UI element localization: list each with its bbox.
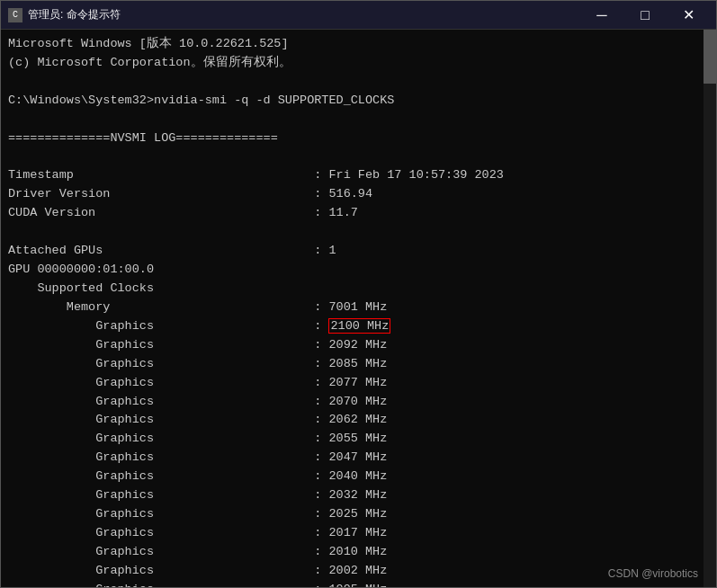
line-cuda: CUDA Version : 11.7	[8, 204, 709, 223]
line-supported-clocks: Supported Clocks	[8, 280, 709, 298]
minimize-button[interactable]: ─	[581, 1, 623, 30]
line-blank1	[8, 223, 709, 242]
line-graphics-3: Graphics : 2085 MHz	[8, 355, 709, 374]
line-graphics-8: Graphics : 2047 MHz	[8, 449, 709, 468]
line-graphics-10: Graphics : 2032 MHz	[8, 486, 709, 505]
line-graphics-11: Graphics : 2025 MHz	[8, 505, 709, 524]
line-graphics-7: Graphics : 2055 MHz	[8, 430, 709, 449]
title-text: 管理员: 命令提示符	[28, 7, 581, 22]
line-graphics-5: Graphics : 2070 MHz	[8, 393, 709, 412]
window-controls: ─ □ ✕	[581, 1, 709, 30]
line-3	[8, 73, 709, 92]
window-icon: C	[8, 8, 22, 22]
line-graphics-14: Graphics : 2002 MHz	[8, 562, 709, 581]
line-gpus: Attached GPUs : 1	[8, 242, 709, 261]
line-5	[8, 111, 709, 129]
line-memory: Memory : 7001 MHz	[8, 298, 709, 317]
close-button[interactable]: ✕	[668, 1, 709, 30]
line-graphics-1: Graphics : 2100 MHz	[8, 317, 709, 336]
line-graphics-2: Graphics : 2092 MHz	[8, 336, 709, 355]
line-1: Microsoft Windows [版本 10.0.22621.525]	[8, 35, 709, 54]
maximize-button[interactable]: □	[624, 1, 666, 30]
window: C 管理员: 命令提示符 ─ □ ✕ Microsoft Windows [版本…	[0, 0, 717, 588]
line-graphics-6: Graphics : 2062 MHz	[8, 411, 709, 430]
highlighted-clock: 2100 MHz	[328, 318, 390, 334]
line-timestamp: Timestamp : Fri Feb 17 10:57:39 2023	[8, 166, 709, 185]
line-gpu-id: GPU 00000000:01:00.0	[8, 261, 709, 280]
line-graphics-15: Graphics : 1995 MHz	[8, 581, 709, 587]
line-graphics-4: Graphics : 2077 MHz	[8, 374, 709, 393]
line-4: C:\Windows\System32>nvidia-smi -q -d SUP…	[8, 92, 709, 111]
console-output: Microsoft Windows [版本 10.0.22621.525] (c…	[1, 30, 716, 587]
line-7	[8, 148, 709, 167]
line-graphics-12: Graphics : 2017 MHz	[8, 524, 709, 543]
scrollbar[interactable]	[704, 30, 716, 587]
line-6: ==============NVSMI LOG==============	[8, 129, 709, 148]
line-driver: Driver Version : 516.94	[8, 185, 709, 204]
line-2: (c) Microsoft Corporation。保留所有权利。	[8, 54, 709, 73]
watermark: CSDN @virobotics	[608, 567, 698, 580]
line-graphics-13: Graphics : 2010 MHz	[8, 543, 709, 562]
title-bar: C 管理员: 命令提示符 ─ □ ✕	[1, 1, 716, 30]
line-graphics-9: Graphics : 2040 MHz	[8, 468, 709, 486]
scrollbar-thumb[interactable]	[704, 30, 716, 84]
